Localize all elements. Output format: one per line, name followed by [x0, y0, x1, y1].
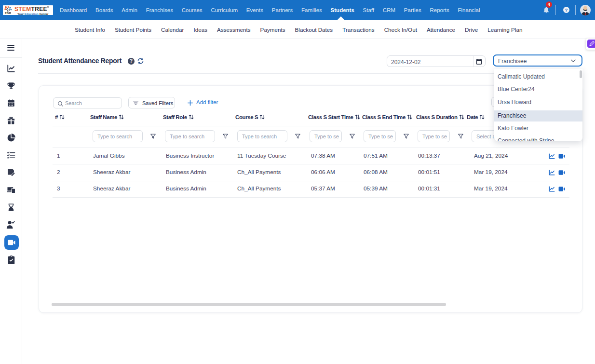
- svg-text:STEM: STEM: [5, 12, 11, 14]
